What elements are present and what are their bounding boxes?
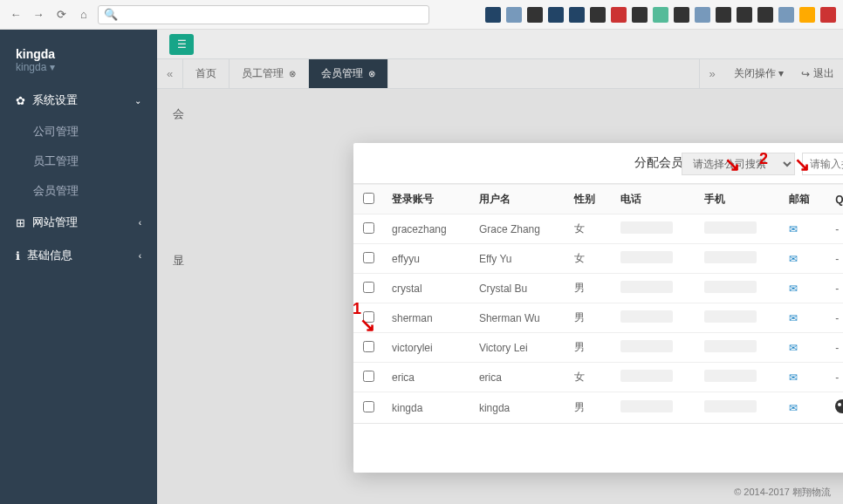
ext-icon[interactable]	[757, 7, 773, 23]
ext-icon[interactable]	[485, 7, 501, 23]
cell-qq: -	[826, 363, 843, 392]
extension-tray	[485, 7, 836, 23]
table-row: crystalCrystal Bu男✉-✖	[353, 274, 843, 303]
chevron-down-icon: ⌄	[134, 96, 141, 106]
sidebar-item-base[interactable]: ℹ 基础信息 ‹	[0, 239, 157, 272]
row-checkbox[interactable]	[363, 371, 374, 382]
col-name: 用户名	[470, 185, 565, 215]
cell-mail: ✉	[780, 274, 826, 303]
keyword-input[interactable]	[802, 153, 843, 175]
mail-icon[interactable]: ✉	[789, 223, 798, 235]
modal-filter-row: 请选择公司搜索 ↻	[353, 153, 843, 184]
mail-icon[interactable]: ✉	[789, 371, 798, 384]
ext-icon[interactable]	[611, 7, 627, 23]
member-table: 登录账号 用户名 性别 电话 手机 邮箱 QQ 绑定会员状态 gracezhan…	[353, 184, 843, 423]
cell-login: effyyu	[383, 244, 470, 274]
ext-icon[interactable]	[527, 7, 543, 23]
brand-user[interactable]: kingda ▾	[16, 61, 141, 73]
cell-login: erica	[383, 363, 470, 392]
cell-mobile	[696, 244, 780, 274]
cell-mobile	[696, 333, 780, 363]
cell-phone	[612, 363, 696, 392]
ext-icon[interactable]	[778, 7, 794, 23]
puzzle-icon: ⊞	[16, 216, 25, 229]
cell-name: Effy Yu	[470, 244, 565, 274]
ext-icon[interactable]	[590, 7, 606, 23]
row-checkbox[interactable]	[363, 341, 374, 352]
cell-name: Victory Lei	[470, 333, 565, 363]
cell-phone	[612, 392, 696, 424]
search-icon: 🔍	[104, 8, 118, 21]
cell-qq	[826, 392, 843, 424]
sidebar-sub-staff[interactable]: 员工管理	[0, 146, 157, 176]
cell-phone	[612, 215, 696, 244]
mail-icon[interactable]: ✉	[789, 342, 798, 354]
ext-icon[interactable]	[716, 7, 731, 23]
mail-icon[interactable]: ✉	[789, 312, 798, 324]
chevron-left-icon: ‹	[139, 218, 141, 228]
col-qq: QQ	[826, 185, 843, 215]
ext-icon[interactable]	[653, 7, 668, 23]
select-all-checkbox[interactable]	[363, 193, 374, 204]
table-row: ericaerica女✉-✖	[353, 363, 843, 392]
ext-icon[interactable]	[799, 7, 815, 23]
row-checkbox[interactable]	[363, 222, 374, 234]
sidebar-item-site[interactable]: ⊞ 网站管理 ‹	[0, 206, 157, 239]
cell-name: Sherman Wu	[470, 303, 565, 333]
back-icon[interactable]: ←	[7, 6, 24, 24]
gear-icon: ✿	[16, 94, 25, 107]
col-gender: 性别	[565, 185, 612, 215]
cell-gender: 女	[565, 363, 612, 392]
sidebar-sub-company[interactable]: 公司管理	[0, 117, 157, 146]
company-select[interactable]: 请选择公司搜索	[682, 153, 795, 175]
sidebar-item-label: 系统设置	[32, 92, 78, 108]
cell-phone	[612, 333, 696, 363]
ext-icon[interactable]	[674, 7, 689, 23]
cell-login: kingda	[383, 392, 470, 424]
cell-login: crystal	[383, 274, 470, 303]
row-checkbox[interactable]	[363, 282, 374, 293]
home-icon[interactable]: ⌂	[75, 6, 93, 24]
cell-phone	[612, 303, 696, 333]
mail-icon[interactable]: ✉	[789, 283, 798, 295]
table-row: effyyuEffy Yu女✉-✖	[353, 244, 843, 274]
ext-icon[interactable]	[737, 7, 752, 23]
address-bar[interactable]: 🔍	[98, 5, 429, 24]
ext-icon[interactable]	[632, 7, 648, 23]
cell-name: Crystal Bu	[470, 274, 565, 303]
row-checkbox[interactable]	[363, 401, 374, 412]
col-mobile: 手机	[696, 185, 780, 215]
mail-icon[interactable]: ✉	[789, 402, 798, 414]
cell-qq: -	[826, 215, 843, 244]
info-icon: ℹ	[16, 249, 20, 262]
ext-icon[interactable]	[695, 7, 710, 23]
cell-login: victorylei	[383, 333, 470, 363]
cell-gender: 女	[565, 215, 612, 244]
cell-mail: ✉	[780, 215, 826, 244]
cell-name: Grace Zhang	[470, 215, 565, 244]
col-phone: 电话	[612, 185, 696, 215]
chevron-left-icon: ‹	[139, 251, 141, 261]
cell-phone	[612, 274, 696, 303]
mail-icon[interactable]: ✉	[789, 253, 798, 265]
forward-icon[interactable]: →	[30, 6, 47, 24]
cell-mobile	[696, 274, 780, 303]
sidebar: kingda kingda ▾ ✿ 系统设置 ⌄ 公司管理 员工管理 会员管理 …	[0, 30, 157, 504]
cell-mail: ✉	[780, 392, 826, 424]
row-checkbox[interactable]	[363, 311, 374, 323]
sidebar-item-system[interactable]: ✿ 系统设置 ⌄	[0, 84, 157, 117]
table-row: victoryleiVictory Lei男✉-✖	[353, 333, 843, 363]
sidebar-item-label: 基础信息	[27, 248, 72, 263]
col-login: 登录账号	[383, 185, 470, 215]
ext-icon[interactable]	[569, 7, 585, 23]
sidebar-sub-member[interactable]: 会员管理	[0, 176, 157, 206]
ext-icon[interactable]	[506, 7, 522, 23]
main-area: ☰ « 首页 员工管理⊗ 会员管理⊗ » 关闭操作 ▾ ↪退出 会 显 分配会员…	[157, 30, 843, 504]
cell-gender: 男	[565, 274, 612, 303]
cell-mobile	[696, 215, 780, 244]
row-checkbox[interactable]	[363, 252, 374, 263]
ext-icon[interactable]	[548, 7, 564, 23]
reload-icon[interactable]: ⟳	[52, 6, 70, 24]
ext-icon[interactable]	[820, 7, 836, 23]
cell-qq: -	[826, 333, 843, 363]
